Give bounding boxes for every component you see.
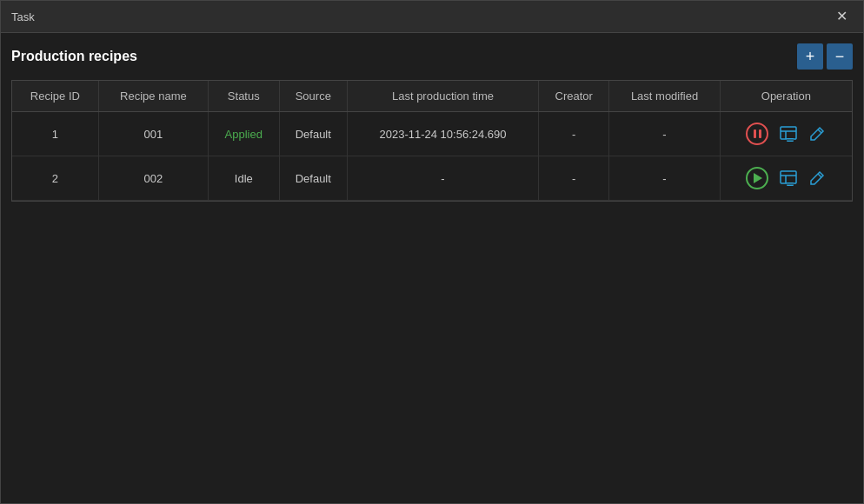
cell-creator: -: [538, 112, 608, 156]
view-button[interactable]: [777, 168, 800, 189]
cell-status: Applied: [209, 112, 279, 156]
close-button[interactable]: ✕: [831, 8, 853, 25]
add-recipe-button[interactable]: +: [797, 43, 823, 70]
svg-line-11: [818, 174, 821, 177]
svg-rect-6: [781, 171, 796, 183]
header-buttons: + −: [797, 43, 853, 70]
edit-button[interactable]: [807, 123, 827, 144]
pause-bar-right: [759, 129, 761, 138]
col-recipe-name: Recipe name: [98, 81, 208, 112]
operation-buttons: [728, 121, 845, 147]
cell-recipe-id: 2: [12, 156, 98, 201]
cell-recipe-name: 002: [98, 156, 208, 201]
remove-recipe-button[interactable]: −: [827, 43, 853, 70]
col-status: Status: [209, 81, 279, 112]
table-row: 1 001 Applied Default 2023-11-24 10:56:2…: [12, 112, 852, 156]
cell-operation: [720, 156, 852, 201]
recipes-table-container: Recipe ID Recipe name Status Source Last…: [11, 80, 853, 202]
table-header-row: Recipe ID Recipe name Status Source Last…: [12, 81, 852, 112]
cell-creator: -: [538, 156, 608, 201]
title-bar: Task ✕: [1, 1, 863, 33]
table-row: 2 002 Idle Default - - -: [12, 156, 852, 201]
col-last-modified: Last modified: [609, 81, 720, 112]
operation-buttons: [728, 165, 845, 191]
col-recipe-id: Recipe ID: [12, 81, 98, 112]
pause-circle-icon: [746, 123, 768, 145]
cell-status: Idle: [209, 156, 279, 201]
pause-bars-icon: [754, 129, 761, 138]
play-circle-icon: [746, 167, 768, 189]
svg-line-5: [818, 129, 821, 133]
edit-button[interactable]: [807, 168, 827, 189]
cell-recipe-name: 001: [98, 112, 208, 156]
cell-last-production-time: -: [348, 156, 539, 201]
page-title: Production recipes: [11, 49, 137, 64]
svg-rect-0: [781, 127, 796, 139]
play-triangle-icon: [754, 173, 762, 183]
pause-button[interactable]: [744, 121, 770, 147]
cell-source: Default: [279, 156, 348, 201]
main-window: Task ✕ Production recipes + − Recipe ID …: [0, 0, 864, 504]
window-title: Task: [11, 10, 35, 23]
col-creator: Creator: [538, 81, 608, 112]
play-button[interactable]: [744, 165, 770, 191]
cell-last-modified: -: [609, 156, 720, 201]
cell-recipe-id: 1: [12, 112, 98, 156]
view-button[interactable]: [777, 123, 800, 144]
recipes-table: Recipe ID Recipe name Status Source Last…: [12, 81, 852, 201]
cell-operation: [720, 112, 852, 156]
cell-last-modified: -: [609, 112, 720, 156]
pause-bar-left: [754, 129, 756, 138]
page-header: Production recipes + −: [11, 43, 853, 70]
col-operation: Operation: [720, 81, 852, 112]
cell-last-production-time: 2023-11-24 10:56:24.690: [348, 112, 539, 156]
col-source: Source: [279, 81, 348, 112]
cell-source: Default: [279, 112, 348, 156]
content-area: Production recipes + − Recipe ID Recipe …: [1, 33, 863, 503]
col-last-production-time: Last production time: [348, 81, 539, 112]
